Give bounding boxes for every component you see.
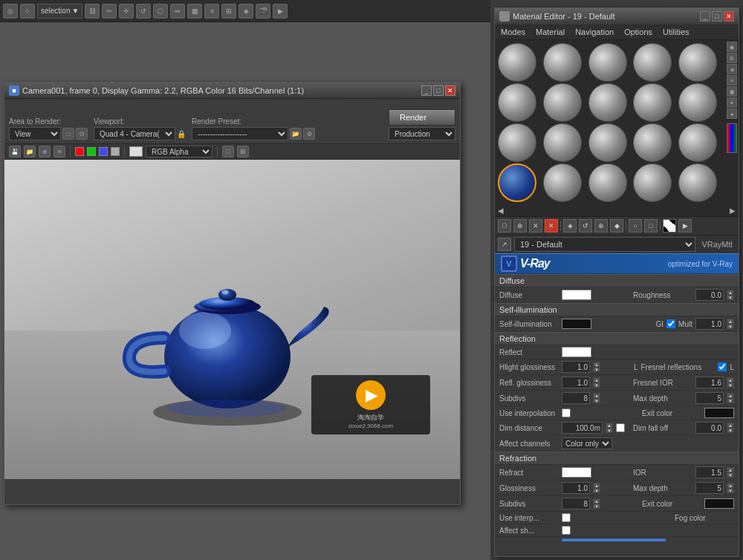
side-icon-3[interactable]: ◈ <box>727 64 737 74</box>
mirror-icon[interactable]: ⇔ <box>170 4 185 19</box>
layer-icon[interactable]: ⊞ <box>221 4 236 19</box>
fresnel-checkbox[interactable] <box>718 362 727 371</box>
affect-channels-refract-partial[interactable] <box>562 538 666 541</box>
ior-down[interactable]: ▼ <box>727 472 734 478</box>
area-icon2[interactable]: ⊡ <box>76 128 88 140</box>
roughness-up[interactable]: ▲ <box>727 290 734 295</box>
unlink-icon[interactable]: ✂ <box>102 4 117 19</box>
sphere-0[interactable] <box>498 43 536 82</box>
sphere-12[interactable] <box>588 123 627 162</box>
max-depth-refract-input[interactable] <box>695 482 724 494</box>
sphere-8[interactable] <box>633 83 672 122</box>
sphere-17[interactable] <box>588 163 627 202</box>
gi-checkbox[interactable] <box>666 319 675 328</box>
mat-tool-pick[interactable]: ✕ <box>545 219 558 232</box>
sphere-14[interactable] <box>678 123 717 162</box>
display-mode-icon1[interactable]: □ <box>222 146 234 157</box>
render-maximize-btn[interactable]: □ <box>433 85 444 96</box>
max-depth-refract-up[interactable]: ▲ <box>727 483 734 488</box>
ior-up[interactable]: ▲ <box>727 467 734 472</box>
gloss-refract-up[interactable]: ▲ <box>593 483 600 488</box>
selection-dropdown[interactable]: selection ▼ <box>37 4 82 19</box>
side-icon-4[interactable]: ≡ <box>727 75 737 85</box>
sphere-19[interactable] <box>678 163 717 202</box>
mat-tool-box[interactable]: □ <box>644 219 658 232</box>
subdivs-refract-up[interactable]: ▲ <box>593 498 600 504</box>
sphere-13[interactable] <box>633 123 672 162</box>
render-button[interactable]: Render <box>389 109 455 126</box>
side-icon-1[interactable]: ◉ <box>727 42 737 52</box>
clear-render-icon[interactable]: ✕ <box>53 146 65 157</box>
display-mode-icon2[interactable]: ⊞ <box>237 146 249 157</box>
fresnel-ior-up[interactable]: ▲ <box>727 377 734 382</box>
dim-falloff-up[interactable]: ▲ <box>727 423 734 428</box>
refl-gloss-spinner[interactable]: ▲ ▼ <box>593 377 600 388</box>
fresnel-ior-input[interactable] <box>695 377 724 388</box>
menu-material[interactable]: Material <box>533 26 568 38</box>
roughness-spinner[interactable]: ▲ ▼ <box>727 290 734 300</box>
fresnel-ior-spinner[interactable]: ▲ ▼ <box>727 377 734 388</box>
ior-spinner[interactable]: ▲ ▼ <box>727 467 734 478</box>
sphere-11[interactable] <box>543 123 582 162</box>
mat-tool-sample[interactable]: ⚆ <box>498 219 511 232</box>
max-depth-refract-down[interactable]: ▼ <box>727 488 734 493</box>
max-depth-reflect-down[interactable]: ▼ <box>727 398 734 403</box>
subdivs-refract-input[interactable] <box>562 498 590 509</box>
gloss-refract-down[interactable]: ▼ <box>593 488 600 493</box>
render-minimize-btn[interactable]: _ <box>421 85 432 96</box>
green-channel-swatch[interactable] <box>87 147 96 156</box>
sphere-4[interactable] <box>678 43 717 82</box>
mat-tool-select[interactable]: ✕ <box>529 219 542 232</box>
dim-falloff-input[interactable] <box>695 422 724 434</box>
refl-gloss-up[interactable]: ▲ <box>593 377 600 382</box>
save-render-icon[interactable]: 💾 <box>9 146 21 157</box>
dim-falloff-spinner[interactable]: ▲ ▼ <box>727 423 734 433</box>
mat-tool-sample2[interactable]: ⊗ <box>513 219 527 232</box>
affect-shadows-checkbox[interactable] <box>562 526 571 535</box>
fresnel-ior-down[interactable]: ▼ <box>727 382 734 388</box>
max-depth-refract-spinner[interactable]: ▲ ▼ <box>727 483 734 493</box>
diffuse-color-swatch[interactable] <box>562 290 591 300</box>
snap-icon[interactable]: ⊹ <box>20 4 35 19</box>
dim-falloff-down[interactable]: ▼ <box>727 428 734 433</box>
scroll-left-btn[interactable]: ◀ <box>498 206 504 215</box>
dim-dist-spinner[interactable]: ▲ ▼ <box>606 423 613 433</box>
mat-close-btn[interactable]: ✕ <box>724 11 734 22</box>
side-icon-7[interactable]: ● <box>727 108 737 119</box>
arc-rotate-icon[interactable]: ◎ <box>3 4 18 19</box>
roughness-down[interactable]: ▼ <box>727 295 734 300</box>
refl-gloss-down[interactable]: ▼ <box>593 382 600 388</box>
subdivs-reflect-down[interactable]: ▼ <box>593 398 600 403</box>
scroll-right-btn[interactable]: ▶ <box>730 206 736 215</box>
mat-maximize-btn[interactable]: □ <box>712 11 722 22</box>
array-icon[interactable]: ▦ <box>187 4 202 19</box>
hlight-up[interactable]: ▲ <box>593 362 600 367</box>
mult-up[interactable]: ▲ <box>727 319 734 324</box>
self-illum-color-swatch[interactable] <box>562 319 591 329</box>
glossiness-refract-input[interactable] <box>562 482 590 494</box>
dim-dist-up[interactable]: ▲ <box>606 423 613 428</box>
refl-gloss-input[interactable] <box>562 377 590 388</box>
mat-tool-reset[interactable]: ↺ <box>579 219 592 232</box>
preset-load-icon[interactable]: 📂 <box>290 128 302 140</box>
clone-render-icon[interactable]: ⊕ <box>39 146 51 157</box>
align-icon[interactable]: ≡ <box>204 4 219 19</box>
dim-dist-input[interactable] <box>562 422 603 434</box>
sphere-5[interactable] <box>498 83 536 122</box>
subdivs-reflect-input[interactable] <box>562 392 590 404</box>
ior-input[interactable] <box>695 466 724 478</box>
menu-navigation[interactable]: Navigation <box>572 26 617 38</box>
blue-channel-swatch[interactable] <box>99 147 108 156</box>
dim-dist-down[interactable]: ▼ <box>606 428 613 433</box>
material-icon[interactable]: ◈ <box>239 4 253 19</box>
mult-spinner[interactable]: ▲ ▼ <box>727 319 734 329</box>
menu-modes[interactable]: Modes <box>498 26 528 38</box>
mat-tool-unique[interactable]: ◆ <box>610 219 623 232</box>
render-output-dropdown[interactable]: Production <box>389 127 455 140</box>
subdivs-reflect-up[interactable]: ▲ <box>593 393 600 398</box>
side-icon-2[interactable]: ⊞ <box>727 53 737 63</box>
mult-input[interactable] <box>695 318 724 330</box>
max-depth-reflect-input[interactable] <box>695 392 724 404</box>
subdivs-refract-down[interactable]: ▼ <box>593 504 600 509</box>
preset-save-icon[interactable]: ⚙ <box>303 128 315 140</box>
